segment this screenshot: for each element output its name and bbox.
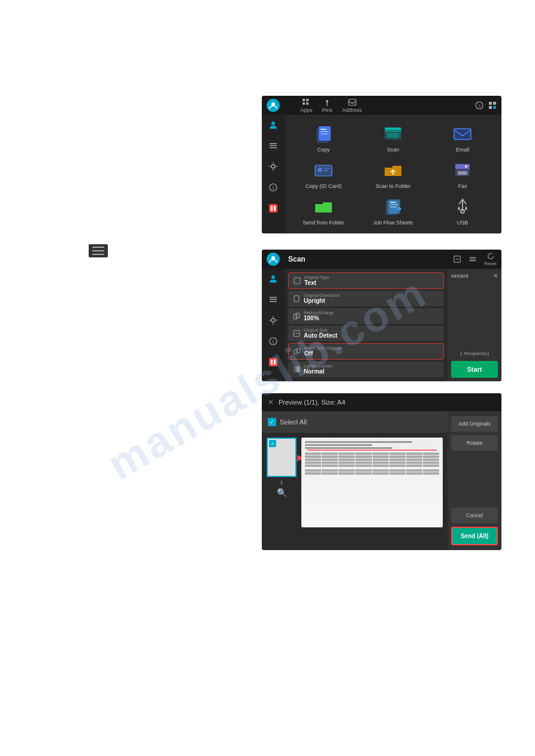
tab-address[interactable]: Address [342, 98, 362, 113]
menu-item-job-flow[interactable]: Job Flow Sheets [359, 193, 427, 229]
doc-cell [373, 456, 389, 458]
svg-rect-14 [493, 102, 496, 105]
sidebar-info-icon[interactable]: i [268, 183, 278, 194]
doc-line-2 [305, 444, 372, 446]
menu-item-usb[interactable]: USB [428, 193, 497, 229]
scan-option-lighten-darken[interactable]: Lighten/Darken Normal [288, 362, 444, 377]
screen2-sidebar-lines[interactable] [268, 294, 278, 306]
svg-rect-50 [390, 202, 396, 203]
menu-item-fax[interactable]: Fax [428, 156, 497, 192]
select-all-bar[interactable]: ✓ Select All [262, 411, 448, 433]
screen2-main: Original Type Text Original Orientation … [285, 269, 501, 381]
usb-icon [452, 196, 473, 217]
svg-point-57 [458, 208, 460, 210]
select-all-checkbox[interactable]: ✓ [268, 418, 276, 426]
menu-icon[interactable] [89, 244, 108, 257]
doc-cell [373, 464, 389, 467]
sidebar-gear-icon[interactable] [268, 162, 278, 173]
doc-grid-2 [305, 469, 439, 475]
rotate-button[interactable]: Rotate [451, 435, 498, 451]
svg-rect-74 [271, 360, 273, 365]
thumbnail-1[interactable]: ✓ ▶ [267, 438, 297, 477]
svg-rect-46 [458, 171, 467, 175]
scan-option-original-type[interactable]: Original Type Text [288, 272, 444, 289]
send-all-button[interactable]: Send (All) [451, 527, 498, 545]
preview-close-button[interactable]: ✕ [268, 398, 274, 406]
svg-rect-79 [296, 313, 300, 318]
menu-item-send-folder[interactable]: Send from Folder [289, 193, 358, 229]
close-button[interactable]: ✕ [493, 272, 498, 279]
svg-point-8 [326, 100, 328, 102]
menu-item-email[interactable]: Email [428, 120, 497, 155]
start-button[interactable]: Start [451, 361, 498, 378]
zoom-icon[interactable]: 🔍 [277, 488, 287, 497]
doc-cell [423, 464, 439, 467]
doc-cell [355, 462, 371, 464]
vincent-header: vincent ✕ [451, 272, 498, 279]
red-line-overlay [307, 450, 437, 451]
screen3-content: ✓ Select All ✓ ▶ 1 🔍 [262, 411, 501, 550]
svg-rect-67 [270, 297, 277, 298]
screen2-user-icon [267, 253, 280, 266]
preview-title: Preview (1/1), Size: A4 [279, 399, 345, 406]
doc-cell [322, 456, 338, 458]
doc-cell [406, 464, 422, 467]
cancel-button[interactable]: Cancel [451, 508, 498, 523]
doc-cell [322, 459, 338, 461]
tab-apps[interactable]: Apps [300, 98, 313, 113]
svg-point-66 [271, 275, 275, 279]
small-icon-container [89, 244, 108, 257]
svg-rect-4 [303, 99, 305, 101]
screen2-sidebar-gear[interactable] [268, 315, 278, 327]
svg-rect-76 [294, 278, 300, 284]
screen1-sidebar: i [262, 115, 285, 233]
doc-cell [406, 459, 422, 461]
menu-item-copy[interactable]: Copy [289, 120, 358, 155]
topbar-right: ? [475, 101, 497, 110]
doc-cell [338, 456, 355, 458]
svg-point-70 [271, 318, 275, 322]
select-all-label: Select All [280, 418, 307, 426]
screen1-menu-grid: Copy Scan Email [285, 115, 501, 233]
svg-rect-84 [294, 366, 296, 372]
menu-item-copyid[interactable]: Copy (ID Card) [289, 156, 358, 192]
screen3-preview: ✕ Preview (1/1), Size: A4 ✓ Select All ✓… [262, 393, 501, 550]
svg-text:?: ? [478, 104, 481, 109]
scan-options-panel: Original Type Text Original Orientation … [285, 269, 448, 381]
add-originals-button[interactable]: Add Originals [451, 416, 498, 432]
doc-cell [423, 459, 439, 461]
scan-right-panel: vincent ✕ 1 Recipient(s) Start [448, 269, 501, 381]
svg-rect-75 [274, 360, 276, 365]
doc-cell [322, 453, 338, 455]
scan-option-orientation[interactable]: Original Orientation Upright [288, 291, 444, 306]
svg-rect-85 [296, 366, 298, 372]
scan-option-mixed-size[interactable]: Mixed Size Originals Off [288, 343, 444, 360]
sidebar-pause-icon[interactable] [268, 204, 278, 215]
doc-cell [373, 453, 389, 455]
svg-point-40 [318, 168, 322, 172]
svg-point-21 [271, 165, 275, 168]
sidebar-settings-icon[interactable] [268, 141, 278, 152]
svg-rect-19 [270, 145, 277, 147]
menu-item-scan-folder[interactable]: Scan to Folder [359, 156, 427, 192]
svg-rect-41 [324, 168, 330, 169]
scan-option-original-size[interactable]: Original Size Auto Detect [288, 326, 444, 341]
reset-button[interactable]: Reset [484, 252, 497, 266]
screen2-sidebar: i [262, 269, 285, 381]
doc-cell [406, 462, 422, 464]
screen2-sidebar-user[interactable] [268, 274, 278, 285]
screen2-sidebar-info[interactable]: i [268, 336, 278, 348]
svg-point-3 [271, 102, 275, 106]
scan-option-reduce-enlarge[interactable]: Reduce/Enlarge 100% [288, 308, 444, 324]
svg-rect-86 [298, 366, 300, 372]
sidebar-user-icon[interactable] [268, 120, 278, 131]
screen2-topbar: Scan Reset [262, 250, 501, 269]
recipient-info: 1 Recipient(s) [451, 351, 498, 356]
tab-pins[interactable]: Pins [322, 98, 333, 113]
doc-cell [355, 459, 371, 461]
svg-rect-5 [306, 99, 309, 101]
menu-item-scan[interactable]: Scan [359, 120, 427, 155]
screen2-sidebar-pause[interactable] [268, 357, 278, 369]
doc-cell [389, 464, 406, 467]
svg-point-16 [493, 106, 496, 109]
